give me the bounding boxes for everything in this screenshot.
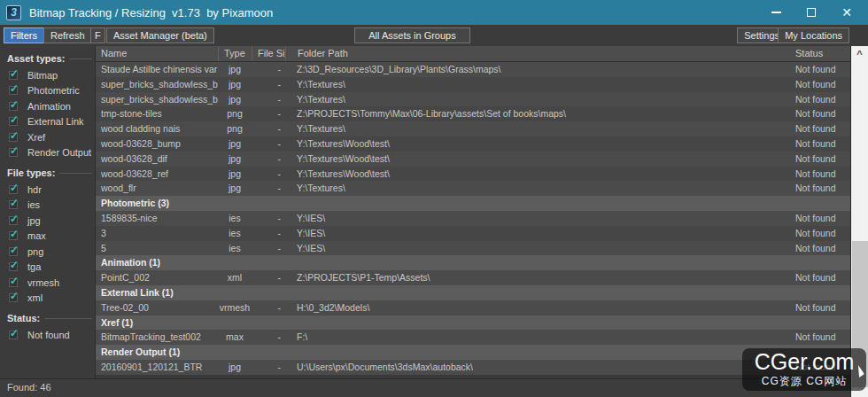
cell-name: 20160901_120121_BTR	[96, 360, 218, 375]
cell-type: ies	[218, 226, 252, 241]
cell-size: -	[252, 211, 285, 226]
cell-type: jpg	[218, 167, 252, 182]
checkbox-xml[interactable]: ✓xml	[9, 291, 95, 307]
cell-path: Z:\3D_Resources\3D_Library\Plants\Grass\…	[285, 62, 788, 77]
group-row[interactable]: Xref (1)	[96, 315, 850, 331]
divider	[44, 318, 92, 319]
cell-status: Not found	[788, 181, 850, 196]
table-row[interactable]: Staude Astilbe chinensis var p...jpg-Z:\…	[96, 62, 850, 77]
table-row[interactable]: 5ies-Y:\IES\Not found	[96, 241, 850, 256]
cell-size: -	[252, 62, 285, 77]
column-header-status[interactable]: Status	[788, 46, 850, 61]
toolbar: Filters Refresh F Asset Manager (beta) A…	[0, 25, 868, 46]
table-row[interactable]: wood_flrjpg-Y:\Textures\Not found	[96, 181, 850, 196]
checkbox-max[interactable]: ✓max	[9, 229, 95, 245]
checkbox-photometric[interactable]: ✓Photometric	[9, 83, 95, 99]
checkbox-tga[interactable]: ✓tga	[9, 260, 95, 276]
cell-path: Y:\Textures\	[285, 181, 788, 196]
cell-path: Z:\PROJECTS\P1-Temp\Assets\	[285, 270, 788, 285]
checkbox-vrmesh[interactable]: ✓vrmesh	[9, 275, 95, 291]
cell-status: Not found	[788, 270, 850, 285]
scroll-up-button[interactable]: ^	[851, 46, 868, 61]
cell-path: Y:\IES\	[285, 241, 788, 256]
column-header-folder-path[interactable]: Folder Path	[285, 46, 788, 61]
table-row[interactable]: super_bricks_shadowless_big2jpg-Y:\Textu…	[96, 77, 850, 92]
filters-button[interactable]: Filters	[4, 27, 44, 43]
minimize-button[interactable]	[758, 0, 794, 25]
table-row[interactable]: wood-03628_bumpjpg-Y:\Textures\Wood\test…	[96, 136, 850, 152]
cell-name: wood_flr	[96, 181, 218, 196]
cell-type: jpg	[218, 92, 252, 107]
checkbox-label: max	[27, 230, 46, 241]
asset-manager-button[interactable]: Asset Manager (beta)	[106, 27, 214, 43]
cell-status: Not found	[788, 300, 850, 315]
checkbox-label: ies	[27, 199, 40, 210]
table-row[interactable]: tmp-stone-tilespng-Z:\PROJECTS\Tommy\Max…	[96, 106, 850, 121]
group-row[interactable]: Animation (1)	[96, 255, 850, 270]
table-row[interactable]: Tree-02_00vrmesh-H:\0_3d2\Models\Not fou…	[96, 300, 850, 315]
close-button[interactable]: ✕	[829, 0, 864, 25]
table-row[interactable]: BitmapTracking_test002max-F:\Not found	[96, 330, 850, 345]
cell-path: Y:\Textures\Wood\test\	[285, 136, 788, 152]
asset-types-label-text: Asset types:	[7, 53, 65, 64]
checkbox-icon: ✓	[9, 185, 18, 194]
check-icon: ✓	[10, 145, 19, 156]
table-row[interactable]: wood-03628_refjpg-Y:\Textures\Wood\test\…	[96, 167, 850, 182]
minimize-icon	[771, 12, 781, 13]
cell-path: Y:\Textures\Wood\test\	[285, 152, 788, 167]
checkbox-xref[interactable]: ✓Xref	[9, 129, 95, 145]
scroll-up-icon: ^	[856, 49, 862, 59]
table-row[interactable]: 3ies-Y:\IES\Not found	[96, 226, 850, 241]
vertical-scrollbar[interactable]: ^	[850, 46, 868, 397]
checkbox-label: Photometric	[27, 85, 80, 96]
checkbox-png[interactable]: ✓png	[9, 244, 95, 260]
cell-type: jpg	[218, 77, 252, 92]
cell-size: -	[252, 77, 285, 92]
maximize-button[interactable]	[794, 0, 829, 25]
checkbox-label: External Link	[27, 116, 84, 127]
cell-status: Not found	[788, 121, 850, 136]
checkbox-label: png	[27, 246, 43, 257]
cell-size: -	[252, 300, 285, 315]
f-button[interactable]: F	[90, 27, 105, 43]
column-header-file-size[interactable]: File Size	[252, 46, 285, 61]
column-header-name[interactable]: Name	[96, 46, 218, 61]
group-row[interactable]: Render Output (1)	[96, 345, 850, 360]
table-row[interactable]: PointC_002xml-Z:\PROJECTS\P1-Temp\Assets…	[96, 270, 850, 285]
maximize-icon	[807, 8, 816, 17]
table-row[interactable]: wood cladding naispng-Y:\Textures\Not fo…	[96, 121, 850, 136]
checkbox-render-output[interactable]: ✓Render Output	[9, 145, 95, 161]
table-row[interactable]: 20160901_120121_BTRjpg-U:\Users\px\Docum…	[96, 360, 850, 375]
refresh-button[interactable]: Refresh	[43, 27, 92, 43]
checkbox-animation[interactable]: ✓Animation	[9, 98, 95, 114]
group-row[interactable]: External Link (1)	[96, 285, 850, 300]
check-icon: ✓	[10, 83, 19, 94]
cell-status: Not found	[788, 136, 850, 152]
checkbox-ies[interactable]: ✓ies	[9, 198, 95, 214]
cell-type: jpg	[218, 136, 252, 152]
checkbox-external-link[interactable]: ✓External Link	[9, 114, 95, 130]
table-row[interactable]: wood-03628_difjpg-Y:\Textures\Wood\test\…	[96, 152, 850, 167]
table-row[interactable]: 1589835-niceies-Y:\IES\Not found	[96, 211, 850, 226]
checkbox-not-found[interactable]: ✓Not found	[9, 327, 95, 343]
checkbox-icon: ✓	[9, 331, 18, 339]
file-types-label-text: File types:	[7, 167, 55, 178]
checkbox-jpg[interactable]: ✓jpg	[9, 213, 95, 229]
my-locations-button[interactable]: My Locations	[778, 27, 849, 43]
group-row[interactable]: Photometric (3)	[96, 196, 850, 211]
checkbox-icon: ✓	[9, 293, 18, 302]
table-row[interactable]: super_bricks_shadowless_big...jpg-Y:\Tex…	[96, 92, 850, 107]
checkbox-label: Xref	[27, 132, 45, 143]
column-header-type[interactable]: Type	[218, 46, 252, 61]
checkbox-bitmap[interactable]: ✓Bitmap	[9, 67, 95, 83]
cell-type: png	[218, 121, 252, 136]
checkbox-hdr[interactable]: ✓hdr	[9, 182, 95, 198]
checkbox-label: Render Output	[27, 147, 91, 158]
all-assets-in-groups-button[interactable]: All Assets in Groups	[354, 27, 470, 43]
cell-name: super_bricks_shadowless_big...	[96, 92, 218, 107]
cell-status: Not found	[788, 92, 850, 107]
cell-path: H:\0_3d2\Models\	[285, 300, 788, 315]
table-body: Staude Astilbe chinensis var p...jpg-Z:\…	[96, 62, 850, 375]
cell-name: 1589835-nice	[96, 211, 218, 226]
divider	[69, 58, 92, 59]
